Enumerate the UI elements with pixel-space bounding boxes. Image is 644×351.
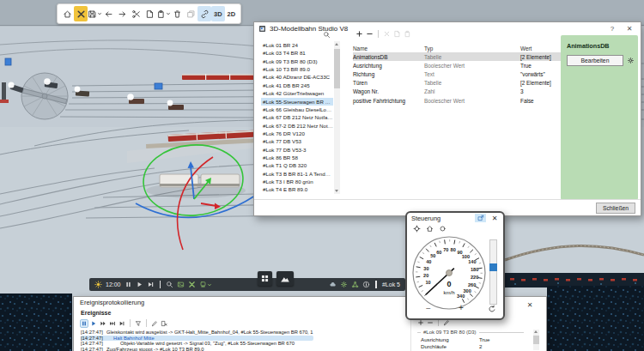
lok-list-item[interactable]: #Lok 01 BR 24 xyxy=(261,41,333,49)
property-row[interactable]: positive FahrtrichtungBoolescher WertFal… xyxy=(353,96,561,105)
selected-train[interactable] xyxy=(146,174,246,198)
track-marker[interactable] xyxy=(155,83,162,89)
property-row[interactable]: AnimationsDBTabelle[2 Elemente] xyxy=(353,52,561,61)
weather-icon[interactable] xyxy=(329,281,337,288)
remove-property-icon[interactable] xyxy=(366,30,374,38)
lok-list-item[interactable]: #Lok 67-2 DB 212 Netz Notfallt... xyxy=(261,122,333,130)
follow-view-icon[interactable] xyxy=(413,225,421,233)
slider-handle[interactable] xyxy=(489,263,497,271)
dialog-titlebar[interactable]: 3D-Modellbahn Studio V8 ? ✕ xyxy=(254,22,641,35)
property-row[interactable]: AusrichtungBoolescher WertTrue xyxy=(353,61,561,70)
skip-all-icon[interactable] xyxy=(118,320,125,327)
scroll-up-icon[interactable] xyxy=(335,43,338,45)
continue-log-icon[interactable] xyxy=(90,320,97,327)
home-icon[interactable] xyxy=(60,6,74,21)
variable-row[interactable]: Durchläufe2 xyxy=(421,343,524,350)
log-entry[interactable]: [14:27:47]Objekt-Variable wird gesetzt -… xyxy=(81,341,313,347)
scroll-thumb[interactable] xyxy=(334,49,340,88)
link-icon[interactable] xyxy=(197,6,211,21)
redo-icon[interactable] xyxy=(115,6,129,21)
camera-mode-icon[interactable] xyxy=(177,281,185,288)
reverse-direction-icon[interactable] xyxy=(488,305,496,313)
settings-icon[interactable] xyxy=(340,281,348,288)
lok-list-item[interactable]: #Lok 67 DB 212 Netz Notfalltec... xyxy=(261,113,333,121)
speedometer-gauge[interactable]: 1020304050607080901001401802202603003400… xyxy=(410,234,488,312)
skip-icon[interactable] xyxy=(100,320,106,327)
home-view-icon[interactable] xyxy=(426,225,434,233)
view-3d-button[interactable]: 3D xyxy=(211,6,225,21)
search-icon[interactable] xyxy=(323,31,331,39)
delete-value-icon[interactable] xyxy=(383,30,391,38)
skip-to-event-icon[interactable] xyxy=(109,320,116,327)
paste-value-icon[interactable] xyxy=(404,30,411,38)
lok-list-item[interactable]: #Lok 76 DR V120 xyxy=(261,130,333,137)
lok-list-item[interactable]: #Lok 77 DB V53 xyxy=(261,137,333,145)
terrain-editor-button[interactable] xyxy=(276,271,294,286)
variables-scrollbar[interactable] xyxy=(533,330,539,350)
lok-list-item[interactable]: #Lok 66 Gleisbau DieselLok 203 xyxy=(261,106,333,113)
lok-list-item[interactable]: #Lok T3 I BR 80 grün xyxy=(261,178,333,185)
lok-list-item[interactable]: #Lok 42 GüterTriebwagen xyxy=(261,89,333,97)
popout-icon[interactable] xyxy=(475,214,486,222)
lok-list-item[interactable]: #Lok 77 DB V53-3 xyxy=(261,146,333,154)
cut-icon[interactable] xyxy=(129,6,143,21)
speed-slider[interactable] xyxy=(489,239,497,305)
edit-tools-icon[interactable] xyxy=(74,6,88,21)
undo-icon[interactable] xyxy=(101,6,115,21)
save-icon[interactable] xyxy=(88,6,101,21)
pause-sim-icon[interactable] xyxy=(125,281,132,288)
clear-log-icon[interactable] xyxy=(161,320,167,327)
info-icon[interactable] xyxy=(362,281,370,288)
view-2d-button[interactable]: 2D xyxy=(225,6,239,21)
scroll-up-icon[interactable] xyxy=(534,330,538,333)
fast-sim-icon[interactable] xyxy=(147,281,155,288)
lok-list-item[interactable]: #Lok T3 B BR 81-1 A Tenderlok ... xyxy=(261,170,333,178)
paste-icon[interactable] xyxy=(156,6,170,21)
lok-list-item[interactable]: #Lok 55-Steuerwagen BR 670 xyxy=(261,98,333,106)
duplicate-icon[interactable] xyxy=(184,6,197,21)
add-property-icon[interactable] xyxy=(355,30,363,38)
edit-events-icon[interactable] xyxy=(151,320,158,327)
play-sim-icon[interactable] xyxy=(136,281,143,288)
close-icon[interactable]: ✕ xyxy=(490,215,499,222)
delete-icon[interactable] xyxy=(170,6,184,21)
filter-icon[interactable] xyxy=(135,320,142,327)
copy-icon[interactable] xyxy=(143,6,156,21)
property-row[interactable]: TürenTabelle[2 Elemente] xyxy=(353,79,561,88)
free-view-icon[interactable] xyxy=(439,225,447,233)
edit-mode-icon[interactable] xyxy=(188,281,196,288)
lok-list-item[interactable]: #Lok T4 E BR 89.0 xyxy=(261,185,333,193)
variable-row[interactable]: AusrichtungTrue xyxy=(421,336,524,343)
lok-list-item[interactable]: #Lok 41 DB BR 245 xyxy=(261,82,333,89)
lok-list-item[interactable]: #Lok 10 T3 BR 89.0 xyxy=(261,65,333,73)
log-entry[interactable]: [14:27:47]Zug/Fahrzeug stoppt -> #Lok 10… xyxy=(81,347,313,351)
lok-list-item[interactable]: #Lok 09 T3 BR 80 (D3) xyxy=(261,57,333,65)
vehicle-mode-icon[interactable] xyxy=(199,281,212,288)
lok-list-item[interactable]: #Lok 03 T4 BR 81 xyxy=(261,49,333,57)
scroll-thumb[interactable] xyxy=(533,336,539,344)
lok-list-item[interactable]: #Lok 40 ADtranz DE-AC33C xyxy=(261,73,333,81)
gear-icon[interactable] xyxy=(627,57,635,64)
close-icon[interactable]: ✕ xyxy=(523,300,537,310)
layout-select-button[interactable] xyxy=(258,271,272,286)
bearbeiten-button[interactable]: Bearbeiten xyxy=(567,55,623,66)
scroll-down-icon[interactable] xyxy=(335,190,338,192)
help-button[interactable]: ? xyxy=(605,24,619,34)
increase-speed-button[interactable]: + xyxy=(459,303,464,312)
zoom-mode-icon[interactable] xyxy=(166,281,173,288)
log-entry[interactable]: [14:27:47]Gleiskontakt wird ausgelöst ->… xyxy=(81,330,313,336)
lok-list-item[interactable]: #Lok 86 BR 58 xyxy=(261,154,333,161)
track-marker[interactable] xyxy=(5,58,11,65)
schliessen-button[interactable]: Schließen xyxy=(596,203,635,214)
lok-list-scrollbar[interactable] xyxy=(334,41,340,194)
pause-log-icon[interactable] xyxy=(81,320,88,327)
steuerung-titlebar[interactable]: Steuerung ✕ xyxy=(407,213,503,223)
daylight-icon[interactable] xyxy=(94,281,102,288)
property-row[interactable]: RichtungText"vorwärts" xyxy=(353,70,561,78)
decrease-speed-button[interactable]: − xyxy=(426,304,431,313)
property-row[interactable]: Wagon Nr.Zahl3 xyxy=(353,88,561,96)
close-button[interactable]: ✕ xyxy=(623,24,636,34)
event-editor-icon[interactable] xyxy=(351,281,359,288)
log-entry[interactable]: [14:27:47]Halt Bahnhof Mitte xyxy=(81,336,313,342)
lok-list-item[interactable]: #Lok T1 Q DB 320 xyxy=(261,161,333,169)
